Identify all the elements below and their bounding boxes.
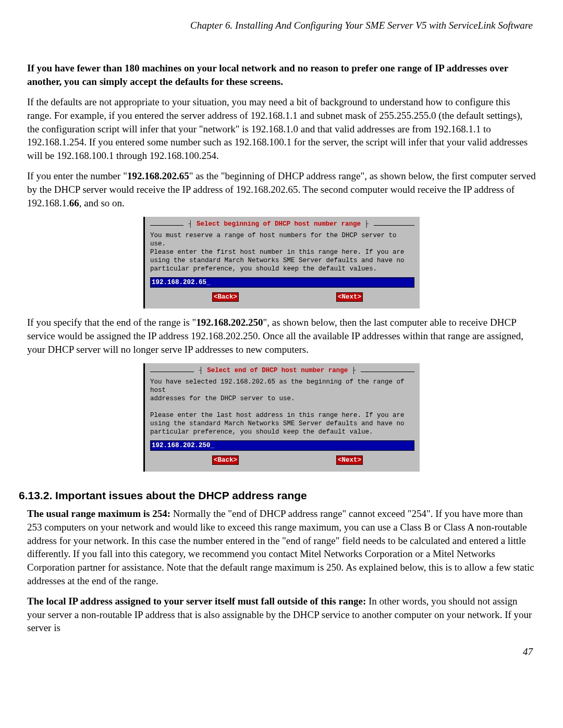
mid-ip: 192.168.202.250 xyxy=(196,317,263,328)
dhcp-end-input[interactable]: 192.168.202.250 xyxy=(150,440,414,451)
document-page: Chapter 6. Installing And Configuring Yo… xyxy=(0,0,563,728)
tui-title-2: Select end of DHCP host number range xyxy=(197,366,358,375)
tui-rule-right-2 xyxy=(361,372,414,372)
tui-title-row-2: Select end of DHCP host number range xyxy=(150,366,414,375)
tui-dialog-begin: Select beginning of DHCP host number ran… xyxy=(143,217,420,309)
tui-button-row: <Back> <Next> xyxy=(150,293,414,301)
tui-title-row: Select beginning of DHCP host number ran… xyxy=(150,220,414,228)
intro-paragraph-2: If the defaults are not appropriate to y… xyxy=(27,95,536,162)
tui-dialog-end: Select end of DHCP host number range You… xyxy=(143,363,420,472)
section-p2-bold: The local IP address assigned to your se… xyxy=(27,596,366,607)
section-p2: The local IP address assigned to your se… xyxy=(27,595,536,635)
back-button[interactable]: <Back> xyxy=(213,293,238,301)
dhcp-begin-input[interactable]: 192.168.202.65 xyxy=(150,277,414,288)
section-p1-rest: Normally the "end of DHCP address range"… xyxy=(27,508,534,586)
p3-pre: If you enter the number " xyxy=(27,170,127,181)
intro-bold: If you have fewer than 180 machines on y… xyxy=(27,61,536,88)
section-body: The usual range maximum is 254: Normally… xyxy=(27,507,536,635)
tui-body: You must reserve a range of host numbers… xyxy=(150,231,414,273)
section-heading-6-13-2: 6.13.2. Important issues about the DHCP … xyxy=(19,489,536,502)
tui-title: Select beginning of DHCP host number ran… xyxy=(187,220,371,228)
section-p1-bold: The usual range maximum is 254: xyxy=(27,508,170,519)
tui-rule-left xyxy=(150,225,183,226)
mid-pre: If you specify that the end of the range… xyxy=(27,317,196,328)
mid-paragraph: If you specify that the end of the range… xyxy=(27,316,536,356)
next-button-2[interactable]: <Next> xyxy=(337,456,362,464)
intro-paragraph-3: If you enter the number "192.168.202.65"… xyxy=(27,169,536,209)
p3-bold66: 66 xyxy=(69,198,79,208)
back-button-2[interactable]: <Back> xyxy=(213,456,238,464)
p3-post: , and so on. xyxy=(79,198,125,208)
running-header: Chapter 6. Installing And Configuring Yo… xyxy=(19,20,536,31)
body-text: If you have fewer than 180 machines on y… xyxy=(27,61,536,472)
tui-rule-left-2 xyxy=(150,372,194,372)
figure-dhcp-end: Select end of DHCP host number range You… xyxy=(27,363,536,472)
tui-rule-right xyxy=(374,225,414,226)
figure-dhcp-begin: Select beginning of DHCP host number ran… xyxy=(27,217,536,309)
section-p1: The usual range maximum is 254: Normally… xyxy=(27,507,536,587)
tui-button-row-2: <Back> <Next> xyxy=(150,456,414,464)
tui-body-2: You have selected 192.168.202.65 as the … xyxy=(150,378,414,436)
page-number: 47 xyxy=(19,646,536,658)
next-button[interactable]: <Next> xyxy=(337,293,362,301)
p3-ip: 192.168.202.65 xyxy=(127,170,189,181)
